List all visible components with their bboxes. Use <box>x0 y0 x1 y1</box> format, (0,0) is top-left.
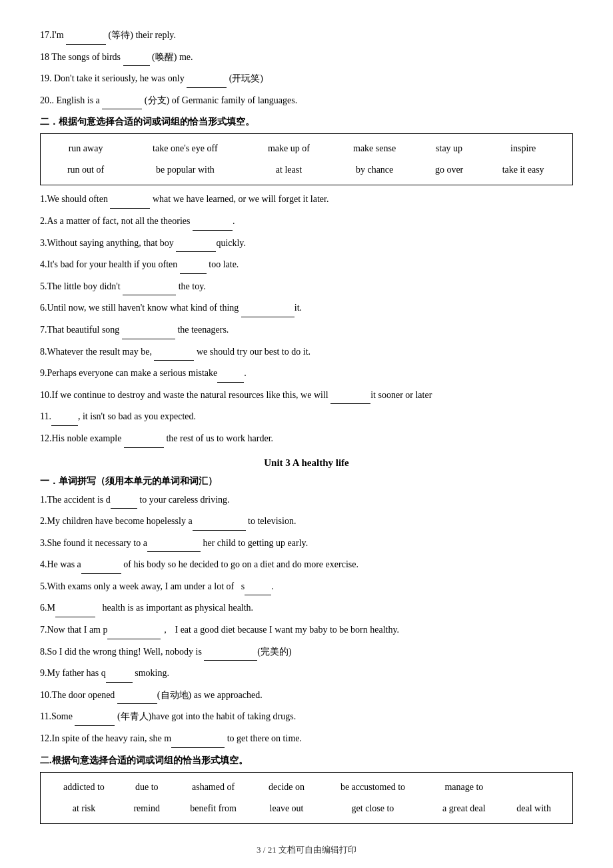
q12: 12.His noble example the rest of us to w… <box>40 430 573 448</box>
word-run-away: run away <box>47 138 124 159</box>
word-box-2: addicted to due to ashamed of decide on … <box>40 772 573 824</box>
blank-18 <box>123 55 150 66</box>
blank-p3-q12 <box>171 737 225 748</box>
word-decide-on: decide on <box>254 777 320 798</box>
line-17: 17.I'm (等待) their reply. <box>40 27 573 45</box>
q1: 1.We should often what we have learned, … <box>40 191 573 209</box>
p3-q6: 6.M health is as important as physical h… <box>40 599 573 617</box>
part3-title: 一．单词拼写（须用本单元的单词和词汇） <box>40 475 573 487</box>
blank-q12 <box>124 437 164 448</box>
part2-title: 二．根据句意选择合适的词或词组的恰当形式填空。 <box>40 116 573 128</box>
blank-p3-q2 <box>193 520 246 531</box>
q9: 9.Perhaps everyone can make a serious mi… <box>40 365 573 383</box>
word-row-2: run out of be popular with at least by c… <box>47 159 566 181</box>
part2-questions: 1.We should often what we have learned, … <box>40 191 573 447</box>
q6: 6.Until now, we still haven't know what … <box>40 299 573 317</box>
word-take-ones-eye-off: take one's eye off <box>124 138 247 159</box>
blank-q4 <box>180 263 207 274</box>
word-go-over: go over <box>418 159 480 181</box>
unit3-title: Unit 3 A healthy life <box>40 457 573 469</box>
part3-questions: 1.The accident is d to your careless dri… <box>40 491 573 748</box>
word-make-up-of: make up of <box>247 138 332 159</box>
p3-q1: 1.The accident is d to your careless dri… <box>40 491 573 509</box>
word-box-1: run away take one's eye off make up of m… <box>40 133 573 185</box>
q10: 10.If we continue to destroy and waste t… <box>40 387 573 405</box>
blank-q2 <box>193 220 233 231</box>
word-at-least: at least <box>247 159 332 181</box>
blank-q11 <box>51 415 78 426</box>
blank-q7 <box>122 329 175 339</box>
blank-q1 <box>110 198 150 209</box>
blank-q9 <box>217 372 244 383</box>
word-ashamed-of: ashamed of <box>173 777 254 798</box>
blank-p3-q8 <box>204 650 257 661</box>
word-run-out-of: run out of <box>47 159 124 181</box>
word-be-popular-with: be popular with <box>124 159 247 181</box>
word2-row-1: addicted to due to ashamed of decide on … <box>47 777 566 798</box>
q8: 8.Whatever the result may be, we should … <box>40 343 573 361</box>
blank-p3-q1 <box>111 498 137 509</box>
blank-q10 <box>330 393 370 404</box>
word-get-close-to: get close to <box>320 798 426 819</box>
p3-q2: 2.My children have become hopelessly a t… <box>40 513 573 531</box>
p3-q12: 12.In spite of the heavy rain, she m to … <box>40 730 573 748</box>
p3-q5: 5.With exams only a week away, I am unde… <box>40 578 573 596</box>
blank-17 <box>66 34 106 45</box>
blank-p3-q5 <box>245 585 271 595</box>
word-inspire: inspire <box>480 138 566 159</box>
p3-q4: 4.He was a of his body so he decided to … <box>40 556 573 574</box>
q7: 7.That beautiful song the teenagers. <box>40 321 573 339</box>
blank-q5 <box>123 285 176 295</box>
p3-q11: 11.Some (年青人)have got into the habit of … <box>40 708 573 726</box>
word-make-sense: make sense <box>331 138 418 159</box>
blank-p3-q7 <box>107 629 161 639</box>
word-by-chance: by chance <box>331 159 418 181</box>
q4: 4.It's bad for your health if you often … <box>40 256 573 274</box>
blank-q3 <box>176 241 216 252</box>
word-row-1: run away take one's eye off make up of m… <box>47 138 566 159</box>
blank-20 <box>102 99 142 109</box>
part1-section: 17.I'm (等待) their reply. 18 The songs of… <box>40 27 573 109</box>
p3-q7: 7.Now that I am p， I eat a good diet bec… <box>40 621 573 639</box>
word-at-risk: at risk <box>47 798 121 819</box>
blank-19 <box>187 77 227 88</box>
q2: 2.As a matter of fact, not all the theor… <box>40 213 573 231</box>
blank-p3-q10 <box>117 693 157 704</box>
p3-q3: 3.She found it necessary to a her child … <box>40 535 573 553</box>
word-due-to: due to <box>121 777 173 798</box>
blank-p3-q11 <box>75 715 115 726</box>
p3-q10: 10.The door opened (自动地) as we approache… <box>40 687 573 705</box>
page-footer: 3 / 21 文档可自由编辑打印 <box>40 844 573 856</box>
p3-q9: 9.My father has q smoking. <box>40 665 573 683</box>
q5: 5.The little boy didn't the toy. <box>40 278 573 296</box>
line-19: 19. Don't take it seriously, he was only… <box>40 70 573 88</box>
blank-p3-q6 <box>55 607 95 617</box>
q11: 11., it isn't so bad as you expected. <box>40 408 573 426</box>
line-20: 20.. English is a (分支) of Germanic famil… <box>40 92 573 110</box>
p3-q8: 8.So I did the wrong thing! Well, nobody… <box>40 643 573 661</box>
blank-p3-q9 <box>106 672 133 683</box>
line-18: 18 The songs of birds (唤醒) me. <box>40 49 573 67</box>
word-stay-up: stay up <box>418 138 480 159</box>
q3: 3.Without saying anything, that boy quic… <box>40 235 573 253</box>
word-manage-to: manage to <box>426 777 502 798</box>
blank-p3-q3 <box>147 541 201 552</box>
part4-title: 二.根据句意选择合适的词或词组的恰当形式填空。 <box>40 755 573 767</box>
word2-row-2: at risk remind benefit from leave out ge… <box>47 798 566 819</box>
blank-p3-q4 <box>81 563 121 574</box>
word-remind: remind <box>121 798 173 819</box>
word-take-it-easy: take it easy <box>480 159 566 181</box>
word-deal-with: deal with <box>502 798 566 819</box>
word-benefit-from: benefit from <box>173 798 254 819</box>
word-addicted-to: addicted to <box>47 777 121 798</box>
blank-q8 <box>154 350 194 361</box>
word-be-accustomed-to: be accustomed to <box>320 777 426 798</box>
word-a-great-deal: a great deal <box>426 798 502 819</box>
blank-q6 <box>241 307 295 317</box>
word-leave-out: leave out <box>254 798 320 819</box>
